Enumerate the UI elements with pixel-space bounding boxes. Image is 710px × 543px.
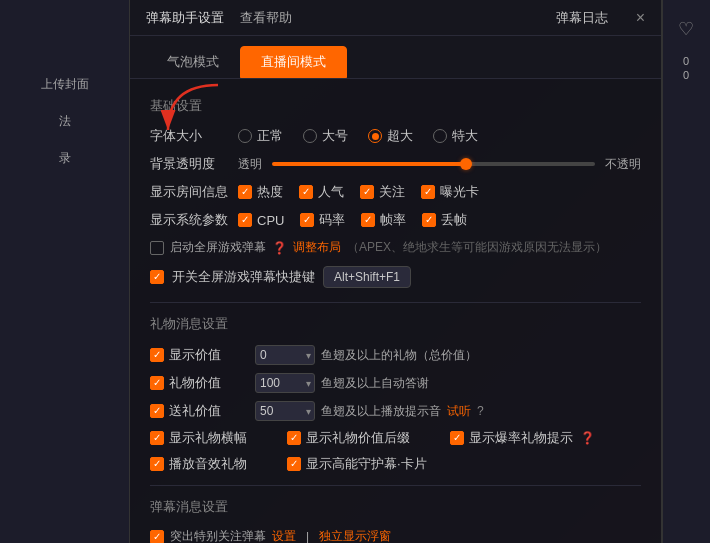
gift-send-value-box	[150, 404, 164, 418]
roominfo-follow[interactable]: 关注	[360, 183, 405, 201]
hotkey-value: Alt+Shift+F1	[323, 266, 411, 288]
roominfo-popular-label: 人气	[318, 183, 344, 201]
gift-show-high-checkbox[interactable]: 显示高能守护幕·卡片	[287, 455, 427, 473]
sysparams-drop-box	[422, 213, 436, 227]
sysparams-row: 显示系统参数 CPU 码率 帧率 丢帧	[150, 211, 641, 229]
bullet-special-text: 突出特别关注弹幕	[170, 528, 266, 543]
gift-show-high-box	[287, 457, 301, 471]
sysparams-cpu-label: CPU	[257, 213, 284, 228]
radio-large-circle	[303, 129, 317, 143]
roominfo-spotlight[interactable]: 曝光卡	[421, 183, 479, 201]
gift-show-value-label: 显示价值	[169, 346, 249, 364]
roominfo-follow-label: 关注	[379, 183, 405, 201]
gift-show-after-checkbox[interactable]: 显示礼物价值后缀	[287, 429, 410, 447]
sysparams-cpu[interactable]: CPU	[238, 213, 284, 228]
dialog-panel: 弹幕助手设置 查看帮助 弹幕日志 × 气泡模式 直播间模式 基础设置 字体大小 …	[130, 0, 662, 543]
gift-show-width-box	[150, 431, 164, 445]
fullscreen-notice-icon: ❓	[272, 241, 287, 255]
gift-value-label: 礼物价值	[169, 374, 249, 392]
hotkey-box	[150, 270, 164, 284]
gift-show-prob-checkbox[interactable]: 显示爆率礼物提示 ❓	[450, 429, 595, 447]
gift-send-value-label: 送礼价值	[169, 402, 249, 420]
roominfo-popular-box	[299, 185, 313, 199]
roominfo-popular[interactable]: 人气	[299, 183, 344, 201]
dialog-title[interactable]: 弹幕助手设置	[146, 9, 224, 27]
heart-icon[interactable]: ♡	[662, 5, 710, 53]
gift-show-value-row: 显示价值 01050100 鱼翅及以上的礼物（总价值）	[150, 345, 641, 365]
gift-send-value-select[interactable]: 1050100	[255, 401, 315, 421]
gift-show-high-label: 显示高能守护幕·卡片	[306, 455, 427, 473]
bullet-float-link[interactable]: 独立显示浮窗	[319, 528, 391, 543]
fontsize-xlarge-label: 超大	[387, 127, 413, 145]
roominfo-checkboxes: 热度 人气 关注 曝光卡	[238, 183, 479, 201]
gift-prob-question-icon[interactable]: ❓	[580, 431, 595, 445]
fontsize-xxlarge[interactable]: 特大	[433, 127, 478, 145]
fullscreen-notice-checkbox-item[interactable]	[150, 241, 164, 255]
opacity-slider-row: 透明 不透明	[238, 156, 641, 173]
roominfo-label: 显示房间信息	[150, 183, 230, 201]
sidebar-item-upload[interactable]: 上传封面	[4, 68, 126, 101]
roominfo-spotlight-box	[421, 185, 435, 199]
sysparams-bitrate[interactable]: 码率	[300, 211, 345, 229]
gift-try-button[interactable]: 试听	[447, 403, 471, 420]
gift-show-width-checkbox[interactable]: 显示礼物横幅	[150, 429, 247, 447]
close-button[interactable]: ×	[636, 10, 645, 26]
gift-show-after-box	[287, 431, 301, 445]
left-sidebar-nav: 上传封面 法 录	[0, 60, 130, 183]
fontsize-row: 字体大小 正常 大号 超大 特大	[150, 127, 641, 145]
tab-live[interactable]: 直播间模式	[240, 46, 347, 78]
radio-xxlarge-circle	[433, 129, 447, 143]
roominfo-follow-box	[360, 185, 374, 199]
tabs-row: 气泡模式 直播间模式	[130, 36, 661, 79]
sysparams-drop[interactable]: 丢帧	[422, 211, 467, 229]
gift-value-row: 礼物价值 50100200 鱼翅及以上自动答谢	[150, 373, 641, 393]
fontsize-normal-label: 正常	[257, 127, 283, 145]
dialog-content: 基础设置 字体大小 正常 大号 超大 特大	[130, 79, 661, 543]
section-bullet: 弹幕消息设置	[150, 498, 641, 516]
gift-send-value-select-wrapper: 1050100	[255, 401, 315, 421]
opacity-row: 背景透明度 透明 不透明	[150, 155, 641, 173]
radio-normal-circle	[238, 129, 252, 143]
right-sidebar-bg	[662, 0, 710, 543]
gift-play-sound-box	[150, 457, 164, 471]
fullscreen-notice-box	[150, 241, 164, 255]
bullet-special-row: 突出特别关注弹幕 设置 | 独立显示浮窗	[150, 528, 641, 543]
sysparams-label: 显示系统参数	[150, 211, 230, 229]
gift-send-value-checkbox[interactable]: 送礼价值	[150, 402, 249, 420]
bullet-special-checkbox[interactable]	[150, 530, 164, 544]
tab-bubble[interactable]: 气泡模式	[146, 46, 240, 78]
gift-play-sound-checkbox[interactable]: 播放音效礼物	[150, 455, 247, 473]
gift-show-value-checkbox[interactable]: 显示价值	[150, 346, 249, 364]
fontsize-large-label: 大号	[322, 127, 348, 145]
gift-value-select-wrapper: 50100200	[255, 373, 315, 393]
dialog-help[interactable]: 查看帮助	[240, 9, 292, 27]
fontsize-normal[interactable]: 正常	[238, 127, 283, 145]
gift-send-question-icon[interactable]: ?	[477, 404, 484, 418]
gift-value-checkbox[interactable]: 礼物价值	[150, 374, 249, 392]
gift-show-value-select[interactable]: 01050100	[255, 345, 315, 365]
opacity-right-label: 不透明	[605, 156, 641, 173]
fullscreen-layout-link[interactable]: 调整布局	[293, 239, 341, 256]
hotkey-row: 开关全屏游戏弹幕快捷键 Alt+Shift+F1	[150, 266, 641, 288]
gift-show-prob-label: 显示爆率礼物提示	[469, 429, 573, 447]
bullet-settings-link[interactable]: 设置	[272, 528, 296, 543]
sidebar-item-method[interactable]: 法	[4, 105, 126, 138]
fullscreen-notice-text: 启动全屏游戏弹幕	[170, 239, 266, 256]
sysparams-fps-label: 帧率	[380, 211, 406, 229]
gift-show-value-select-wrapper: 01050100	[255, 345, 315, 365]
dialog-log[interactable]: 弹幕日志	[556, 9, 608, 27]
roominfo-hot-label: 热度	[257, 183, 283, 201]
fontsize-xlarge[interactable]: 超大	[368, 127, 413, 145]
roominfo-hot[interactable]: 热度	[238, 183, 283, 201]
fontsize-large[interactable]: 大号	[303, 127, 348, 145]
hotkey-checkbox-item[interactable]	[150, 270, 164, 284]
gift-show-value-desc: 鱼翅及以上的礼物（总价值）	[321, 347, 477, 364]
gift-value-select[interactable]: 50100200	[255, 373, 315, 393]
opacity-slider[interactable]	[272, 162, 595, 166]
count-badge-2: 0	[683, 69, 689, 81]
sysparams-fps[interactable]: 帧率	[361, 211, 406, 229]
roominfo-hot-box	[238, 185, 252, 199]
gift-play-sound-label: 播放音效礼物	[169, 455, 247, 473]
divider-1	[150, 302, 641, 303]
sidebar-item-summary[interactable]: 录	[4, 142, 126, 175]
